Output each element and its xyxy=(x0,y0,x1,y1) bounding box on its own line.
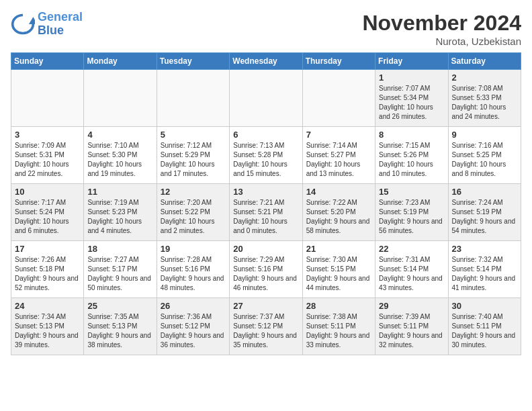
table-row: 17Sunrise: 7:26 AM Sunset: 5:18 PM Dayli… xyxy=(11,241,84,298)
day-number: 29 xyxy=(379,301,444,311)
table-row: 13Sunrise: 7:21 AM Sunset: 5:21 PM Dayli… xyxy=(230,184,302,241)
day-number: 30 xyxy=(452,301,517,311)
day-number: 15 xyxy=(379,187,444,197)
calendar-header: Sunday Monday Tuesday Wednesday Thursday… xyxy=(11,53,521,70)
day-info: Sunrise: 7:22 AM Sunset: 5:20 PM Dayligh… xyxy=(306,198,371,236)
table-row: 7Sunrise: 7:14 AM Sunset: 5:27 PM Daylig… xyxy=(302,127,375,184)
day-number: 17 xyxy=(15,244,80,254)
day-number: 18 xyxy=(87,244,152,254)
day-number: 8 xyxy=(379,130,444,140)
day-info: Sunrise: 7:35 AM Sunset: 5:13 PM Dayligh… xyxy=(87,312,152,350)
day-info: Sunrise: 7:32 AM Sunset: 5:14 PM Dayligh… xyxy=(452,255,517,293)
day-info: Sunrise: 7:37 AM Sunset: 5:12 PM Dayligh… xyxy=(233,312,298,350)
day-info: Sunrise: 7:10 AM Sunset: 5:30 PM Dayligh… xyxy=(87,141,152,179)
day-info: Sunrise: 7:16 AM Sunset: 5:25 PM Dayligh… xyxy=(452,141,517,179)
day-number: 2 xyxy=(452,73,517,83)
table-row: 25Sunrise: 7:35 AM Sunset: 5:13 PM Dayli… xyxy=(84,298,157,355)
table-row: 12Sunrise: 7:20 AM Sunset: 5:22 PM Dayli… xyxy=(157,184,229,241)
day-info: Sunrise: 7:27 AM Sunset: 5:17 PM Dayligh… xyxy=(87,255,152,293)
day-info: Sunrise: 7:39 AM Sunset: 5:11 PM Dayligh… xyxy=(379,312,444,350)
day-number: 12 xyxy=(161,187,226,197)
day-number: 14 xyxy=(306,187,371,197)
table-row: 4Sunrise: 7:10 AM Sunset: 5:30 PM Daylig… xyxy=(84,127,157,184)
table-row: 20Sunrise: 7:29 AM Sunset: 5:16 PM Dayli… xyxy=(230,241,302,298)
day-info: Sunrise: 7:14 AM Sunset: 5:27 PM Dayligh… xyxy=(306,141,371,179)
day-info: Sunrise: 7:12 AM Sunset: 5:29 PM Dayligh… xyxy=(161,141,226,179)
day-info: Sunrise: 7:24 AM Sunset: 5:19 PM Dayligh… xyxy=(452,198,517,236)
logo-line1: General xyxy=(38,10,83,24)
table-row xyxy=(302,70,375,127)
table-row: 28Sunrise: 7:38 AM Sunset: 5:11 PM Dayli… xyxy=(302,298,375,355)
day-info: Sunrise: 7:21 AM Sunset: 5:21 PM Dayligh… xyxy=(233,198,298,236)
day-info: Sunrise: 7:29 AM Sunset: 5:16 PM Dayligh… xyxy=(233,255,298,293)
day-number: 16 xyxy=(452,187,517,197)
day-number: 5 xyxy=(161,130,226,140)
day-number: 27 xyxy=(233,301,298,311)
day-info: Sunrise: 7:23 AM Sunset: 5:19 PM Dayligh… xyxy=(379,198,444,236)
month-title: November 2024 xyxy=(362,11,521,36)
day-number: 6 xyxy=(233,130,298,140)
header-sunday: Sunday xyxy=(11,53,84,70)
table-row: 11Sunrise: 7:19 AM Sunset: 5:23 PM Dayli… xyxy=(84,184,157,241)
table-row: 1Sunrise: 7:07 AM Sunset: 5:34 PM Daylig… xyxy=(375,70,448,127)
table-row: 21Sunrise: 7:30 AM Sunset: 5:15 PM Dayli… xyxy=(302,241,375,298)
table-row: 24Sunrise: 7:34 AM Sunset: 5:13 PM Dayli… xyxy=(11,298,84,355)
day-number: 25 xyxy=(87,301,152,311)
logo-text: General Blue xyxy=(38,11,83,38)
day-number: 9 xyxy=(452,130,517,140)
header-tuesday: Tuesday xyxy=(157,53,229,70)
day-info: Sunrise: 7:15 AM Sunset: 5:26 PM Dayligh… xyxy=(379,141,444,179)
day-info: Sunrise: 7:20 AM Sunset: 5:22 PM Dayligh… xyxy=(161,198,226,236)
table-row: 6Sunrise: 7:13 AM Sunset: 5:28 PM Daylig… xyxy=(230,127,302,184)
table-row: 23Sunrise: 7:32 AM Sunset: 5:14 PM Dayli… xyxy=(448,241,521,298)
table-row xyxy=(230,70,302,127)
table-row: 14Sunrise: 7:22 AM Sunset: 5:20 PM Dayli… xyxy=(302,184,375,241)
header-saturday: Saturday xyxy=(448,53,521,70)
table-row: 5Sunrise: 7:12 AM Sunset: 5:29 PM Daylig… xyxy=(157,127,229,184)
logo-icon xyxy=(11,12,35,36)
day-info: Sunrise: 7:09 AM Sunset: 5:31 PM Dayligh… xyxy=(15,141,80,179)
title-block: November 2024 Nurota, Uzbekistan xyxy=(362,11,521,47)
day-number: 19 xyxy=(161,244,226,254)
day-info: Sunrise: 7:36 AM Sunset: 5:12 PM Dayligh… xyxy=(161,312,226,350)
table-row: 8Sunrise: 7:15 AM Sunset: 5:26 PM Daylig… xyxy=(375,127,448,184)
table-row: 22Sunrise: 7:31 AM Sunset: 5:14 PM Dayli… xyxy=(375,241,448,298)
day-number: 23 xyxy=(452,244,517,254)
table-row: 2Sunrise: 7:08 AM Sunset: 5:33 PM Daylig… xyxy=(448,70,521,127)
day-info: Sunrise: 7:07 AM Sunset: 5:34 PM Dayligh… xyxy=(379,84,444,122)
day-info: Sunrise: 7:19 AM Sunset: 5:23 PM Dayligh… xyxy=(87,198,152,236)
day-number: 7 xyxy=(306,130,371,140)
day-number: 20 xyxy=(233,244,298,254)
header-thursday: Thursday xyxy=(302,53,375,70)
day-number: 4 xyxy=(87,130,152,140)
table-row: 10Sunrise: 7:17 AM Sunset: 5:24 PM Dayli… xyxy=(11,184,84,241)
logo-line2: Blue xyxy=(38,24,64,37)
table-row: 27Sunrise: 7:37 AM Sunset: 5:12 PM Dayli… xyxy=(230,298,302,355)
day-number: 11 xyxy=(87,187,152,197)
day-info: Sunrise: 7:28 AM Sunset: 5:16 PM Dayligh… xyxy=(161,255,226,293)
location: Nurota, Uzbekistan xyxy=(362,36,521,47)
table-row: 29Sunrise: 7:39 AM Sunset: 5:11 PM Dayli… xyxy=(375,298,448,355)
header-wednesday: Wednesday xyxy=(230,53,302,70)
day-number: 24 xyxy=(15,301,80,311)
day-info: Sunrise: 7:13 AM Sunset: 5:28 PM Dayligh… xyxy=(233,141,298,179)
table-row xyxy=(11,70,84,127)
table-row: 3Sunrise: 7:09 AM Sunset: 5:31 PM Daylig… xyxy=(11,127,84,184)
table-row: 9Sunrise: 7:16 AM Sunset: 5:25 PM Daylig… xyxy=(448,127,521,184)
day-number: 13 xyxy=(233,187,298,197)
table-row: 15Sunrise: 7:23 AM Sunset: 5:19 PM Dayli… xyxy=(375,184,448,241)
table-row: 16Sunrise: 7:24 AM Sunset: 5:19 PM Dayli… xyxy=(448,184,521,241)
day-info: Sunrise: 7:31 AM Sunset: 5:14 PM Dayligh… xyxy=(379,255,444,293)
calendar-table: Sunday Monday Tuesday Wednesday Thursday… xyxy=(11,52,521,355)
day-info: Sunrise: 7:40 AM Sunset: 5:11 PM Dayligh… xyxy=(452,312,517,350)
day-info: Sunrise: 7:34 AM Sunset: 5:13 PM Dayligh… xyxy=(15,312,80,350)
header-friday: Friday xyxy=(375,53,448,70)
day-number: 22 xyxy=(379,244,444,254)
table-row xyxy=(84,70,157,127)
day-number: 21 xyxy=(306,244,371,254)
day-number: 3 xyxy=(15,130,80,140)
logo: General Blue xyxy=(11,11,83,38)
table-row: 19Sunrise: 7:28 AM Sunset: 5:16 PM Dayli… xyxy=(157,241,229,298)
page-header: General Blue November 2024 Nurota, Uzbek… xyxy=(11,11,521,47)
day-info: Sunrise: 7:26 AM Sunset: 5:18 PM Dayligh… xyxy=(15,255,80,293)
